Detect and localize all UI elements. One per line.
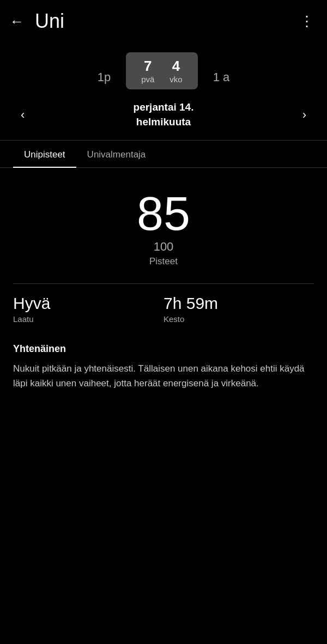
date-line1: perjantai 14. (134, 100, 194, 115)
stats-row: Hyvä Laatu 7h 59m Kesto (13, 283, 314, 333)
description-text: Nukuit pitkään ja yhtenäisesti. Tällaise… (13, 361, 314, 391)
tabs-bar: Unipisteet Univalmentaja (0, 141, 327, 168)
description-title: Yhtenäinen (13, 343, 314, 355)
more-options-button[interactable]: ⋮ (298, 11, 316, 32)
stat-kesto-label: Kesto (164, 314, 314, 324)
page-title: Uni (35, 10, 64, 33)
stat-laatu: Hyvä Laatu (13, 294, 164, 324)
stat-laatu-value: Hyvä (13, 294, 164, 313)
period-item-1p[interactable]: 1p (82, 65, 126, 89)
stat-kesto-value: 7h 59m (164, 294, 314, 313)
score-section: 85 100 Pisteet (13, 168, 314, 283)
header-left: ← Uni (8, 10, 64, 33)
period-row: 1p 7 pvä 4 vko 1 a (82, 52, 245, 89)
period-selector: 1p 7 pvä 4 vko 1 a (0, 40, 327, 89)
tab-univalmentaja[interactable]: Univalmentaja (76, 141, 157, 168)
description-section: Yhtenäinen Nukuit pitkään ja yhtenäisest… (13, 333, 314, 407)
tab-unipisteet[interactable]: Unipisteet (13, 141, 76, 168)
period-num-1a: 1 a (213, 71, 230, 84)
period-label-vko: vko (169, 75, 182, 84)
stat-laatu-label: Laatu (13, 314, 164, 324)
period-pill-active[interactable]: 7 pvä 4 vko (126, 52, 198, 89)
main-content: 85 100 Pisteet Hyvä Laatu 7h 59m Kesto Y… (0, 168, 327, 407)
score-value: 85 (137, 190, 190, 238)
back-button[interactable]: ← (8, 12, 26, 31)
date-navigator: ‹ perjantai 14. helmikuuta › (0, 89, 327, 140)
period-label-pva: pvä (141, 75, 154, 84)
period-num-4: 4 (172, 58, 180, 75)
header: ← Uni ⋮ (0, 0, 327, 40)
score-label: Pisteet (149, 256, 178, 267)
stat-kesto: 7h 59m Kesto (164, 294, 314, 324)
next-date-button[interactable]: › (297, 105, 312, 125)
period-num-7: 7 (144, 58, 152, 75)
score-max: 100 (154, 240, 174, 254)
prev-date-button[interactable]: ‹ (15, 105, 30, 125)
period-num-1p: 1p (98, 71, 111, 84)
current-date: perjantai 14. helmikuuta (134, 100, 194, 129)
date-line2: helmikuuta (134, 115, 194, 130)
period-item-1a[interactable]: 1 a (198, 65, 245, 89)
